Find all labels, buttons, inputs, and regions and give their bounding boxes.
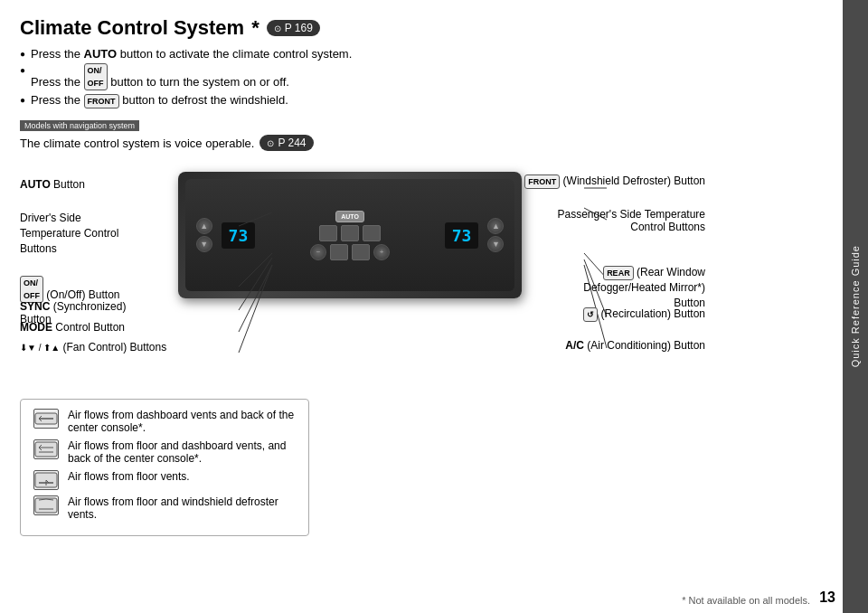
title-text: Climate Control System xyxy=(20,16,244,40)
svg-rect-13 xyxy=(35,442,57,457)
fan-down-btn: − xyxy=(310,244,326,260)
pass-up-btn: ▲ xyxy=(487,218,504,234)
sidebar: Quick Reference Guide xyxy=(843,0,868,613)
page-title: Climate Control System * ⊙ P 169 xyxy=(20,16,823,40)
info-row-3: Air flows from floor vents. xyxy=(33,470,296,490)
climate-panel: ▲ ▼ 73 AUTO − xyxy=(178,172,522,298)
passenger-temp-label: Passenger's Side Temperature Control But… xyxy=(524,208,705,233)
page-number: 13 xyxy=(819,589,835,606)
driver-temp-display: 73 xyxy=(222,222,256,249)
driver-up-btn: ▲ xyxy=(196,218,212,234)
windshield-button-label: FRONT (Windshield Defroster) Button xyxy=(524,174,705,189)
ac-button-label: A/C (Air Conditioning) Button xyxy=(524,339,705,352)
footnote: * Not available on all models. xyxy=(682,595,810,606)
driver-side-label: Driver's SideTemperature ControlButtons xyxy=(20,211,156,256)
fan-up-btn: + xyxy=(373,244,390,260)
info-text-3: Air flows from floor vents. xyxy=(68,470,190,483)
info-box: Air flows from dashboard vents and back … xyxy=(20,399,309,536)
mode-button-label: MODE Control Button xyxy=(20,321,160,334)
panel-inner: ▲ ▼ 73 AUTO − xyxy=(185,179,515,290)
page-reference: ⊙ P 169 xyxy=(267,20,320,36)
sync-btn xyxy=(341,225,359,241)
pass-down-btn: ▼ xyxy=(487,236,504,252)
diagram-area: ▲ ▼ 73 AUTO − xyxy=(20,158,823,393)
ref-number: P 169 xyxy=(285,22,313,34)
bullet-item-3: Press the FRONT button to defrost the wi… xyxy=(20,93,823,108)
onoff-button-label: ON/OFF (On/Off) Button xyxy=(20,276,160,303)
recirc-button-label: ↺ (Recirculation) Button xyxy=(524,307,705,322)
auto-button-label: AUTO Button xyxy=(20,178,156,191)
svg-rect-18 xyxy=(35,498,57,513)
info-text-2: Air flows from floor and dashboard vents… xyxy=(68,439,296,465)
info-text-1: Air flows from dashboard vents and back … xyxy=(68,409,296,434)
fan-button-label: ⬇▼ / ⬆▲ (Fan Control) Buttons xyxy=(20,341,201,354)
info-row-2: Air flows from floor and dashboard vents… xyxy=(33,439,296,465)
nav-note: The climate control system is voice oper… xyxy=(20,135,823,151)
mode-btn xyxy=(319,225,337,241)
floor-wind-icon xyxy=(33,495,59,515)
recirc-btn xyxy=(330,244,348,260)
nav-page-ref: ⊙ P 244 xyxy=(259,135,313,151)
bullet-item-1: Press the AUTO button to activate the cl… xyxy=(20,47,823,61)
info-row-1: Air flows from dashboard vents and back … xyxy=(33,409,296,434)
ac-btn xyxy=(352,244,370,260)
passenger-temp-display: 73 xyxy=(445,222,479,249)
dash-icon xyxy=(33,409,59,429)
title-asterisk: * xyxy=(251,16,259,40)
rear-window-label: REAR (Rear Window Defogger/Heated Mirror… xyxy=(524,265,705,311)
nav-badge: Models with navigation system xyxy=(20,118,823,135)
floor-dash-icon xyxy=(33,439,59,459)
auto-btn: AUTO xyxy=(335,211,364,222)
sidebar-label: Quick Reference Guide xyxy=(850,245,861,367)
bullet-list: Press the AUTO button to activate the cl… xyxy=(20,47,823,108)
bullet-item-2: Press the ON/OFF button to turn the syst… xyxy=(20,63,823,90)
info-row-4: Air flows from floor and windshield defr… xyxy=(33,495,296,521)
floor-icon xyxy=(33,470,59,490)
main-content: Climate Control System * ⊙ P 169 Press t… xyxy=(0,0,843,613)
onoff-btn xyxy=(363,225,381,241)
driver-down-btn: ▼ xyxy=(196,236,212,252)
info-text-4: Air flows from floor and windshield defr… xyxy=(68,495,296,521)
